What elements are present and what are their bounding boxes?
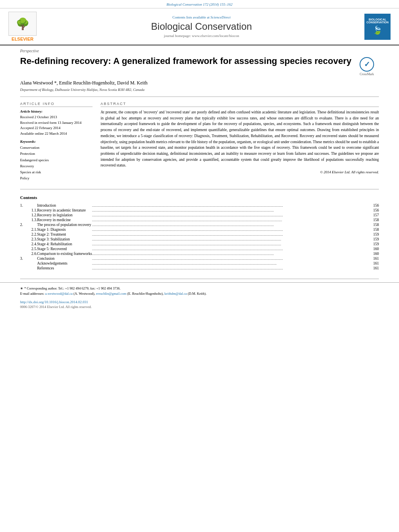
email-3[interactable]: keithdm@dal.ca bbox=[165, 292, 187, 296]
toc-num: 2.1. bbox=[20, 227, 37, 232]
toc-num: 1.2. bbox=[20, 213, 37, 218]
footnote-star-text: * Corresponding author. Tel.: +1 902 494… bbox=[24, 286, 121, 290]
footnote-star: ∗ * Corresponding author. Tel.: +1 902 4… bbox=[20, 286, 379, 291]
email-2[interactable]: ereuchlin@gmail.com bbox=[96, 292, 127, 296]
toc-num: 2. bbox=[20, 222, 37, 227]
toc-text: Recovery in academic literature bbox=[37, 208, 92, 213]
toc-dots: ........................................… bbox=[92, 203, 373, 208]
toc-text: Recovery in legislation bbox=[37, 213, 92, 218]
toc-num: 3. bbox=[20, 256, 37, 261]
toc-text: Conclusion bbox=[37, 256, 92, 261]
authors: Alana Westwood *, Emilie Reuchlin-Hugenh… bbox=[0, 79, 399, 87]
doi-url[interactable]: http://dx.doi.org/10.1016/j.biocon.2014.… bbox=[20, 300, 88, 304]
keyword-protection: Protection bbox=[20, 151, 93, 157]
footnote-section: ∗ * Corresponding author. Tel.: +1 902 4… bbox=[0, 282, 399, 299]
toc-num: 1.3. bbox=[20, 218, 37, 222]
journal-title: Biological Conservation bbox=[43, 21, 360, 32]
available-date: Available online 22 March 2014 bbox=[20, 131, 93, 137]
two-column-section: ARTICLE INFO Article history: Received 2… bbox=[0, 99, 399, 185]
toc-page: 156 bbox=[373, 208, 379, 213]
toc-row-2-1: 2.1. Stage 1: Diagnosis ................… bbox=[20, 227, 379, 232]
email-1-author: (A. Westwood), bbox=[74, 292, 96, 296]
toc-page: 161 bbox=[373, 261, 379, 266]
article-info-column: ARTICLE INFO Article history: Received 2… bbox=[20, 102, 93, 182]
contents-title: Contents bbox=[20, 195, 379, 200]
toc-dots: ........................................… bbox=[92, 232, 373, 237]
toc-row-2-2: 2.2. Stage 2: Treatment ................… bbox=[20, 232, 379, 237]
toc-row-1-2: 1.2. Recovery in legislation ...........… bbox=[20, 213, 379, 218]
toc-text: Comparison to existing frameworks bbox=[37, 251, 92, 256]
toc-text: The process of population recovery bbox=[37, 222, 92, 227]
toc-page: 160 bbox=[373, 246, 379, 251]
received-date: Received 2 October 2013 bbox=[20, 115, 93, 120]
toc-row-2-4: 2.4. Stage 4: Rehabilitation ...........… bbox=[20, 242, 379, 246]
toc-page: 158 bbox=[373, 227, 379, 232]
toc-dots: ........................................… bbox=[92, 213, 373, 218]
toc-num: 2.5. bbox=[20, 246, 37, 251]
toc-row-ack: Acknowledgements .......................… bbox=[20, 261, 379, 266]
abstract-column: ABSTRACT At present, the concepts of 're… bbox=[101, 102, 379, 182]
journal-citation: Biological Conservation 172 (2014) 155–1… bbox=[0, 0, 399, 8]
toc-page: 159 bbox=[373, 232, 379, 237]
keywords-label: Keywords: bbox=[20, 140, 93, 144]
toc-dots: ........................................… bbox=[92, 266, 373, 271]
elsevier-logo: 🌳 ELSEVIER bbox=[6, 12, 39, 41]
biocon-logo-line2: CONSERVATION bbox=[366, 21, 389, 24]
crossmark-icon: ✓ bbox=[360, 57, 374, 72]
toc-text: Stage 2: Treatment bbox=[37, 232, 92, 237]
crossmark-label: CrossMark bbox=[360, 72, 374, 76]
toc-page: 159 bbox=[373, 242, 379, 246]
leaf-icon: 🍃 bbox=[372, 25, 383, 35]
crossmark-area[interactable]: ✓ CrossMark bbox=[355, 55, 379, 76]
toc-num: 2.4. bbox=[20, 242, 37, 246]
toc-page: 158 bbox=[373, 222, 379, 227]
affiliation: Department of Biology, Dalhousie Univers… bbox=[0, 87, 399, 95]
keyword-recovery: Recovery bbox=[20, 163, 93, 169]
toc-dots: ........................................… bbox=[92, 256, 373, 261]
toc-row-1-3: 1.3. Recovery in medicine ..............… bbox=[20, 218, 379, 222]
toc-page: 156 bbox=[373, 203, 379, 208]
toc-num: 2.6. bbox=[20, 251, 37, 256]
toc-row-2-3: 2.3. Stage 3: Stabilization ............… bbox=[20, 237, 379, 242]
doi-line[interactable]: http://dx.doi.org/10.1016/j.biocon.2014.… bbox=[0, 298, 399, 305]
journal-logo-right: BIOLOGICAL CONSERVATION 🍃 bbox=[364, 14, 393, 40]
email-3-author: (D.M. Keith). bbox=[188, 292, 207, 296]
sciencedirect-link[interactable]: Contents lists available at ScienceDirec… bbox=[43, 15, 360, 19]
toc-dots: ........................................… bbox=[92, 222, 373, 227]
email-2-author: (E. Reuchlin-Hugenholtz), bbox=[127, 292, 165, 296]
tree-icon: 🌳 bbox=[16, 17, 30, 31]
toc-text: Stage 5: Recovered bbox=[37, 246, 92, 251]
divider-1 bbox=[20, 97, 379, 97]
keyword-species-at-risk: Species at risk bbox=[20, 169, 93, 175]
journal-homepage: journal homepage: www.elsevier.com/locat… bbox=[43, 34, 360, 38]
toc-row-1-1: 1.1. Recovery in academic literature ...… bbox=[20, 208, 379, 213]
toc-page: 160 bbox=[373, 251, 379, 256]
divider-3 bbox=[20, 279, 379, 279]
email-1[interactable]: a.westwood@dal.ca bbox=[45, 292, 72, 296]
sciencedirect-prefix: Contents lists available at bbox=[173, 15, 210, 19]
toc-row-intro: 1. Introduction ........................… bbox=[20, 203, 379, 208]
divider-2 bbox=[20, 189, 379, 189]
article-title: Re-defining recovery: A generalized fram… bbox=[20, 55, 355, 67]
toc-num: 1.1. bbox=[20, 208, 37, 213]
keyword-policy: Policy bbox=[20, 175, 93, 181]
toc-num: 2.2. bbox=[20, 232, 37, 237]
toc-dots: ........................................… bbox=[92, 237, 373, 242]
toc-table: 1. Introduction ........................… bbox=[20, 203, 379, 271]
biocon-logo-box: BIOLOGICAL CONSERVATION 🍃 bbox=[364, 14, 391, 40]
issn-line: 0006-3207/© 2014 Elsevier Ltd. All right… bbox=[0, 305, 399, 311]
copyright: © 2014 Elsevier Ltd. All rights reserved… bbox=[101, 170, 379, 174]
toc-page: 161 bbox=[373, 266, 379, 271]
toc-text: Stage 1: Diagnosis bbox=[37, 227, 92, 232]
toc-dots: ........................................… bbox=[92, 227, 373, 232]
journal-header: 🌳 ELSEVIER Contents lists available at S… bbox=[0, 8, 399, 45]
toc-dots: ........................................… bbox=[92, 246, 373, 251]
toc-num bbox=[20, 261, 37, 266]
toc-page: 158 bbox=[373, 218, 379, 222]
elsevier-brand-text: ELSEVIER bbox=[12, 37, 33, 41]
toc-text: Acknowledgements bbox=[37, 261, 92, 266]
toc-row-ref: References .............................… bbox=[20, 266, 379, 271]
keyword-conservation: Conservation bbox=[20, 145, 93, 151]
accepted-date: Accepted 22 February 2014 bbox=[20, 125, 93, 131]
email-label: E-mail addresses: bbox=[20, 292, 44, 296]
